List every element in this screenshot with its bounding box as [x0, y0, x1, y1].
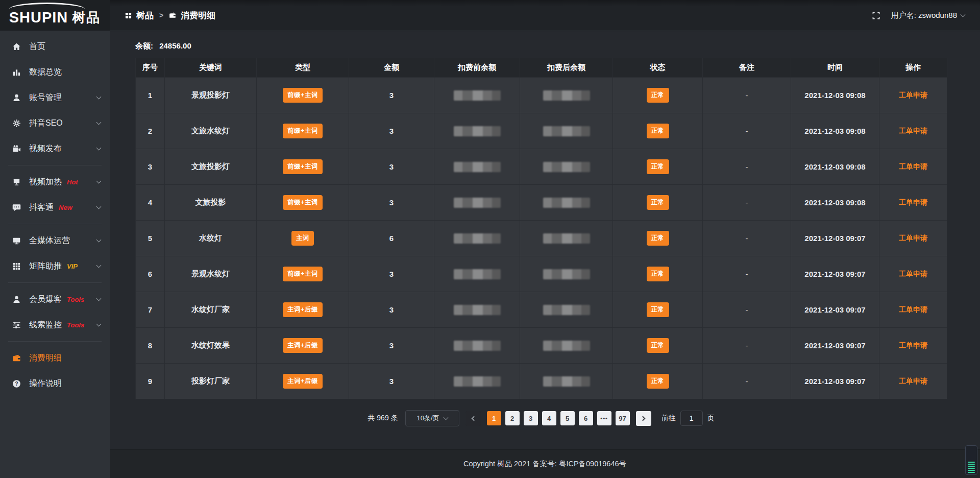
cell-status: 正常: [613, 328, 703, 364]
page-button-4[interactable]: 4: [542, 411, 556, 425]
cell-status: 正常: [613, 185, 703, 221]
total-count: 共 969 条: [368, 414, 398, 423]
sidebar-item-label: 会员爆客: [29, 294, 62, 305]
sidebar-item-data-overview[interactable]: 数据总览: [0, 59, 110, 85]
redacted-value: [543, 269, 590, 279]
page-button-97[interactable]: 97: [616, 411, 630, 425]
page-button-2[interactable]: 2: [505, 411, 520, 425]
cell-note: -: [703, 149, 791, 185]
sidebar-item-operation-guide[interactable]: ?操作说明: [0, 371, 110, 396]
cell-balance-before: [434, 113, 520, 149]
balance-row: 余额: 24856.00: [135, 41, 980, 51]
work-order-link[interactable]: 工单申请: [899, 305, 927, 314]
cell-balance-after: [520, 221, 613, 256]
work-order-link[interactable]: 工单申请: [899, 234, 927, 242]
page-button-6[interactable]: 6: [579, 411, 593, 425]
table-row: 1景观投影灯前缀+主词3正常-2021-12-03 09:08工单申请: [136, 78, 947, 113]
work-order-link[interactable]: 工单申请: [899, 377, 927, 385]
cell-action[interactable]: 工单申请: [879, 292, 947, 328]
sidebar-item-home[interactable]: 首页: [0, 34, 110, 59]
svg-text:?: ?: [15, 381, 18, 387]
sidebar-item-video-heat[interactable]: 视频加热Hot: [0, 169, 110, 195]
type-badge: 前缀+主词: [283, 124, 323, 138]
page-ellipsis-button[interactable]: •••: [597, 411, 611, 425]
home-icon: [12, 42, 22, 51]
fullscreen-icon[interactable]: [872, 12, 880, 19]
cell-balance-after: [520, 78, 613, 113]
floating-widget[interactable]: [965, 445, 977, 475]
next-page-button[interactable]: [636, 411, 651, 426]
sidebar-item-account-management[interactable]: 账号管理: [0, 85, 110, 110]
sidebar-item-video-publish[interactable]: 视频发布: [0, 136, 110, 161]
cell-status: 正常: [613, 78, 703, 113]
cell-amount: 3: [349, 185, 434, 221]
redacted-value: [454, 305, 501, 315]
cell-note: -: [703, 113, 791, 149]
cell-keyword: 文旅投影: [165, 185, 257, 221]
work-order-link[interactable]: 工单申请: [899, 162, 927, 171]
cell-action[interactable]: 工单申请: [879, 256, 947, 292]
work-order-link[interactable]: 工单申请: [899, 91, 927, 99]
sidebar-item-douyin-seo[interactable]: 抖音SEO: [0, 110, 110, 136]
cell-action[interactable]: 工单申请: [879, 185, 947, 221]
page-button-1[interactable]: 1: [487, 411, 501, 425]
goto-page-input[interactable]: [680, 411, 703, 426]
cell-action[interactable]: 工单申请: [879, 113, 947, 149]
cell-index: 7: [136, 292, 165, 328]
cell-balance-before: [434, 78, 520, 113]
cell-time: 2021-12-03 09:08: [791, 149, 879, 185]
cell-status: 正常: [613, 113, 703, 149]
chevron-down-icon: [443, 415, 448, 420]
work-order-link[interactable]: 工单申请: [899, 127, 927, 135]
heat-icon: [12, 178, 22, 186]
logo-brand-en: SHUPIN: [9, 9, 68, 26]
cell-balance-after: [520, 328, 613, 364]
balance-value: 24856.00: [159, 41, 191, 50]
cell-time: 2021-12-03 09:07: [791, 256, 879, 292]
cell-keyword: 文旅水纹灯: [165, 113, 257, 149]
cell-balance-before: [434, 364, 520, 399]
table-row: 9投影灯厂家主词+后缀3正常-2021-12-03 09:07工单申请: [136, 364, 947, 399]
sidebar-item-tag: Hot: [67, 178, 78, 186]
redacted-value: [454, 198, 501, 208]
logo-arc-decoration: [9, 3, 85, 9]
page-button-5[interactable]: 5: [560, 411, 575, 425]
redacted-value: [543, 305, 590, 315]
breadcrumb-home[interactable]: 树品: [136, 10, 154, 21]
cell-balance-before: [434, 185, 520, 221]
cell-balance-after: [520, 256, 613, 292]
sidebar-item-clue-monitor[interactable]: 线索监控Tools: [0, 312, 110, 338]
sidebar-item-all-media-operation[interactable]: 全媒体运营: [0, 228, 110, 253]
sidebar-item-consumption-detail[interactable]: 消费明细: [0, 345, 110, 371]
sidebar-item-label: 线索监控: [29, 320, 62, 330]
col-header-time: 时间: [791, 58, 879, 78]
cell-action[interactable]: 工单申请: [879, 364, 947, 399]
cell-time: 2021-12-03 09:07: [791, 221, 879, 256]
cell-index: 1: [136, 78, 165, 113]
sidebar-item-matrix-boost[interactable]: 矩阵助推VIP: [0, 253, 110, 279]
sidebar-item-label: 矩阵助推: [29, 261, 62, 272]
sidebar-item-member-baoke[interactable]: 会员爆客Tools: [0, 286, 110, 312]
cell-action[interactable]: 工单申请: [879, 328, 947, 364]
breadcrumb-separator: >: [159, 11, 163, 19]
question-icon: ?: [12, 379, 22, 388]
cell-amount: 3: [349, 256, 434, 292]
page-size-select[interactable]: 10条/页: [405, 410, 459, 426]
work-order-link[interactable]: 工单申请: [899, 270, 927, 278]
cell-balance-after: [520, 364, 613, 399]
cell-action[interactable]: 工单申请: [879, 221, 947, 256]
topbar: 树品 > 消费明细 用户名: zswodun88: [110, 0, 980, 31]
cell-action[interactable]: 工单申请: [879, 78, 947, 113]
table-row: 2文旅水纹灯前缀+主词3正常-2021-12-03 09:08工单申请: [136, 113, 947, 149]
prev-page-button[interactable]: [465, 411, 481, 426]
cell-action[interactable]: 工单申请: [879, 149, 947, 185]
cell-type: 前缀+主词: [257, 185, 349, 221]
work-order-link[interactable]: 工单申请: [899, 198, 927, 206]
app-square-icon: [125, 12, 132, 19]
status-badge: 正常: [647, 374, 669, 389]
work-order-link[interactable]: 工单申请: [899, 341, 927, 349]
user-menu[interactable]: 用户名: zswodun88: [891, 11, 965, 20]
col-header-balance-after: 扣费后余额: [520, 58, 613, 78]
sidebar-item-douketong[interactable]: 抖客通New: [0, 195, 110, 220]
page-button-3[interactable]: 3: [524, 411, 538, 425]
